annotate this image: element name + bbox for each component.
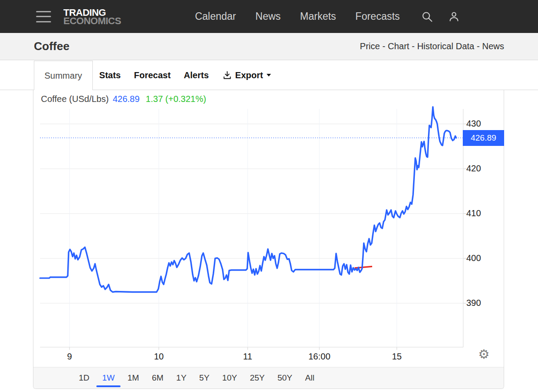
range-5y-button[interactable]: 5Y: [199, 373, 209, 383]
range-1y-button[interactable]: 1Y: [176, 373, 187, 383]
series-name: Coffee (USd/Lbs): [41, 94, 109, 104]
subnav-historical-data[interactable]: Historical Data: [417, 41, 474, 51]
subnav-separator: -: [409, 41, 417, 51]
subheader: Coffee Price - Chart - Historical Data -…: [0, 33, 538, 60]
y-axis-label: 400: [466, 253, 504, 263]
menu-icon[interactable]: [36, 11, 51, 22]
tab-stats[interactable]: Stats: [93, 61, 128, 90]
x-axis-label: 16:00: [300, 352, 339, 362]
nav-calendar[interactable]: Calendar: [195, 11, 236, 22]
nav-markets[interactable]: Markets: [300, 11, 336, 22]
y-axis-label: 420: [466, 163, 504, 174]
range-all-button[interactable]: All: [305, 373, 315, 383]
x-axis-label: 15: [377, 352, 417, 362]
tab-summary[interactable]: Summary: [34, 61, 93, 90]
subnav-separator: -: [380, 41, 388, 51]
range-6m-button[interactable]: 6M: [152, 373, 163, 383]
top-nav: TRADING ECONOMICS Calendar News Markets …: [0, 0, 538, 33]
subnav-news[interactable]: News: [482, 41, 504, 51]
search-icon[interactable]: [421, 11, 433, 23]
nav-links: Calendar News Markets Forecasts: [195, 11, 400, 22]
nav-news[interactable]: News: [256, 11, 281, 22]
chart-widget: Coffee (USd/Lbs)426.891.37 (+0.321%) 430…: [33, 90, 504, 389]
price-line: [40, 107, 456, 292]
price-change: 1.37 (+0.321%): [146, 94, 206, 104]
tab-bar: Summary Stats Forecast Alerts Export: [0, 61, 538, 90]
brand-line2: ECONOMICS: [63, 17, 121, 25]
x-axis-label: 10: [139, 352, 179, 362]
subnav-separator: -: [474, 41, 482, 51]
y-axis-label: 430: [466, 119, 504, 129]
brand-logo[interactable]: TRADING ECONOMICS: [63, 8, 121, 25]
previous-close-marker: [355, 266, 372, 268]
tab-alerts[interactable]: Alerts: [177, 61, 216, 90]
range-1d-button[interactable]: 1D: [79, 373, 89, 383]
range-selector: 1D1W1M6M1Y5Y10Y25Y50YAll: [33, 367, 504, 388]
current-price-badge: 426.89: [463, 130, 504, 146]
x-axis-label: 11: [228, 352, 267, 362]
trading-economics-page: TRADING ECONOMICS Calendar News Markets …: [0, 0, 538, 392]
last-price: 426.89: [113, 94, 139, 104]
x-axis-label: 9: [50, 352, 89, 362]
range-25y-button[interactable]: 25Y: [250, 373, 265, 383]
chevron-down-icon: [267, 74, 271, 76]
y-axis-label: 390: [466, 298, 504, 308]
subnav-chart[interactable]: Chart: [388, 41, 409, 51]
page-title: Coffee: [34, 40, 70, 53]
range-50y-button[interactable]: 50Y: [278, 373, 293, 383]
user-icon[interactable]: [448, 11, 460, 23]
subnav-links: Price - Chart - Historical Data - News: [360, 41, 504, 51]
nav-forecasts[interactable]: Forecasts: [355, 11, 400, 22]
tab-forecast[interactable]: Forecast: [127, 61, 177, 90]
settings-gear-icon[interactable]: ⚙: [476, 346, 492, 363]
subnav-price[interactable]: Price: [360, 41, 380, 51]
range-1m-button[interactable]: 1M: [128, 373, 139, 383]
download-icon: [222, 70, 232, 80]
export-button[interactable]: Export: [216, 61, 278, 90]
y-axis-label: 410: [466, 208, 504, 218]
price-chart-plot[interactable]: [33, 90, 504, 367]
range-1w-button[interactable]: 1W: [102, 373, 115, 383]
chart-legend: Coffee (USd/Lbs)426.891.37 (+0.321%): [41, 94, 206, 104]
range-10y-button[interactable]: 10Y: [222, 373, 237, 383]
export-label: Export: [235, 70, 263, 80]
